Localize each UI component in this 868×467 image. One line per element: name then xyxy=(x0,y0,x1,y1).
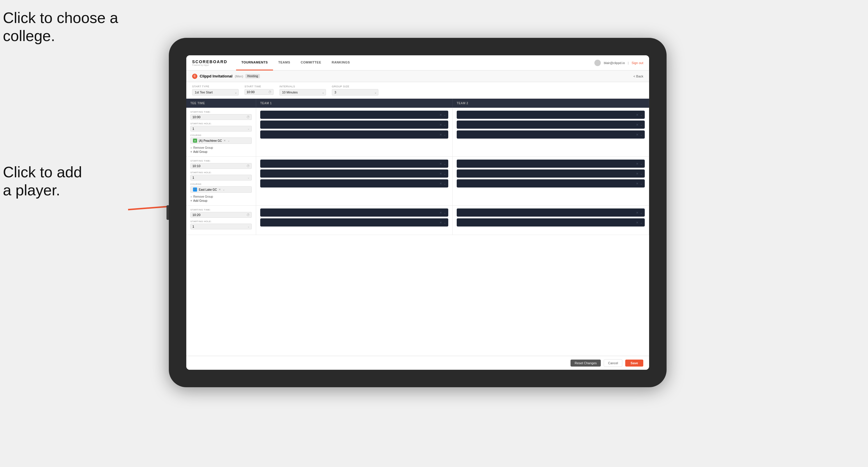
slot-x-icon[interactable]: ✕ xyxy=(636,211,638,214)
starting-hole-2[interactable]: 1 ⌄ xyxy=(190,175,252,181)
slot-expand-icon[interactable]: ⌄ xyxy=(444,182,446,185)
tournament-title: C Clippd Invitational (Men) Hosting xyxy=(192,74,260,79)
tab-teams[interactable]: TEAMS xyxy=(273,55,296,70)
slot-x-icon[interactable]: ✕ xyxy=(636,133,638,136)
slot-expand-icon[interactable]: ⌄ xyxy=(444,172,446,175)
player-slot-4-2[interactable]: ✕ ⌄ xyxy=(457,169,645,178)
col-team2: Team 2 xyxy=(453,99,649,108)
tablet-side-button xyxy=(166,205,169,220)
slot-expand-icon[interactable]: ⌄ xyxy=(640,211,643,214)
starting-time-1[interactable]: 10:00 ⏱ xyxy=(190,114,252,120)
tab-rankings[interactable]: RANKINGS xyxy=(326,55,355,70)
start-time-group: Start Time 10:00 ⏱ xyxy=(245,85,274,95)
player-slot-3-1[interactable]: ✕ ⌄ xyxy=(260,160,448,168)
remove-icon-1: ○ xyxy=(190,146,192,149)
add-group-1[interactable]: + Add Group xyxy=(190,150,252,153)
player-slot-2-1[interactable]: ✕ ⌄ xyxy=(457,111,645,119)
slot-x-icon[interactable]: ✕ xyxy=(636,123,638,126)
course-remove-1[interactable]: ✕ xyxy=(223,139,226,142)
slot-x-icon[interactable]: ✕ xyxy=(636,182,638,185)
course-expand-2[interactable]: ⌄ xyxy=(223,188,225,191)
team2-col-3: ✕ ⌄ ✕ ⌄ xyxy=(453,206,649,235)
course-name-2: East Lake GC xyxy=(199,188,217,191)
slot-x-icon[interactable]: ✕ xyxy=(636,172,638,175)
course-expand-1[interactable]: ⌄ xyxy=(228,139,230,142)
slot-expand-icon[interactable]: ⌄ xyxy=(444,113,446,117)
slot-x-icon[interactable]: ✕ xyxy=(439,113,442,117)
team2-col-1: ✕ ⌄ ✕ ⌄ ✕ ⌄ xyxy=(453,108,649,156)
slot-expand-icon[interactable]: ⌄ xyxy=(640,133,643,136)
course-tag-1[interactable]: A (A) Peachtree GC ✕ ⌄ xyxy=(190,137,252,144)
starting-hole-3[interactable]: 1 ⌄ xyxy=(190,224,252,229)
player-slot-2-2[interactable]: ✕ ⌄ xyxy=(457,121,645,129)
nav-tabs: TOURNAMENTS TEAMS COMMITTEE RANKINGS xyxy=(236,55,594,70)
save-button[interactable]: Save xyxy=(625,360,643,367)
slot-expand-icon[interactable]: ⌄ xyxy=(640,182,643,185)
course-remove-2[interactable]: ✕ xyxy=(219,188,221,191)
remove-group-1[interactable]: ○ Remove Group xyxy=(190,146,252,149)
reset-button[interactable]: Reset Changes xyxy=(570,360,601,367)
slot-x-icon[interactable]: ✕ xyxy=(636,113,638,117)
starting-time-label-3: STARTING TIME: xyxy=(190,209,252,211)
player-slot-1-1[interactable]: ✕ ⌄ xyxy=(260,111,448,119)
slot-expand-icon[interactable]: ⌄ xyxy=(444,221,446,224)
cancel-button[interactable]: Cancel xyxy=(604,359,622,367)
slot-expand-icon[interactable]: ⌄ xyxy=(640,113,643,117)
slot-expand-icon[interactable]: ⌄ xyxy=(640,172,643,175)
player-slot-5-2[interactable]: ✕ ⌄ xyxy=(260,218,448,226)
group-size-select-wrapper[interactable]: 3 2 4 xyxy=(332,89,378,95)
slot-expand-icon[interactable]: ⌄ xyxy=(444,133,446,136)
course-label-2: COURSE: xyxy=(190,183,252,185)
course-icon-2: 🏌 xyxy=(193,187,197,192)
player-slot-6-1[interactable]: ✕ ⌄ xyxy=(457,209,645,217)
player-slot-5-1[interactable]: ✕ ⌄ xyxy=(260,209,448,217)
player-slot-6-2[interactable]: ✕ ⌄ xyxy=(457,218,645,226)
slot-expand-icon[interactable]: ⌄ xyxy=(640,162,643,165)
col-team1: Team 1 xyxy=(256,99,453,108)
player-slot-4-1[interactable]: ✕ ⌄ xyxy=(457,160,645,168)
annotation-bottom: Click to adda player. xyxy=(3,163,82,199)
slot-x-icon[interactable]: ✕ xyxy=(439,182,442,185)
slot-x-icon[interactable]: ✕ xyxy=(636,221,638,224)
slot-x-icon[interactable]: ✕ xyxy=(439,123,442,126)
remove-group-2[interactable]: ○ Remove Group xyxy=(190,195,252,198)
course-tag-2[interactable]: 🏌 East Lake GC ✕ ⌄ xyxy=(190,186,252,193)
add-group-2[interactable]: + Add Group xyxy=(190,199,252,203)
tab-committee[interactable]: COMMITTEE xyxy=(296,55,327,70)
slot-x-icon[interactable]: ✕ xyxy=(636,162,638,165)
start-type-select[interactable]: 1st Tee Start Shotgun Start xyxy=(192,89,239,95)
starting-time-2[interactable]: 10:10 ⏱ xyxy=(190,163,252,169)
slot-expand-icon[interactable]: ⌄ xyxy=(444,123,446,126)
slot-x-icon[interactable]: ✕ xyxy=(439,221,442,224)
player-slot-1-3[interactable]: ✕ ⌄ xyxy=(260,130,448,138)
player-slot-4-3[interactable]: ✕ ⌄ xyxy=(457,179,645,187)
hole-chevron-3: ⌄ xyxy=(247,225,250,228)
slot-x-icon[interactable]: ✕ xyxy=(439,133,442,136)
starting-hole-1[interactable]: 1 ⌄ xyxy=(190,126,252,132)
group-size-select[interactable]: 3 2 4 xyxy=(332,89,378,95)
slot-x-icon[interactable]: ✕ xyxy=(439,162,442,165)
slot-expand-icon[interactable]: ⌄ xyxy=(640,221,643,224)
start-type-group: Start Type 1st Tee Start Shotgun Start xyxy=(192,85,239,95)
tab-tournaments[interactable]: TOURNAMENTS xyxy=(236,55,273,70)
player-slot-3-3[interactable]: ✕ ⌄ xyxy=(260,179,448,187)
slot-x-icon[interactable]: ✕ xyxy=(439,211,442,214)
player-slot-1-2[interactable]: ✕ ⌄ xyxy=(260,121,448,129)
group-size-group: Group Size 3 2 4 xyxy=(332,85,378,95)
starting-time-3[interactable]: 10:20 ⏱ xyxy=(190,212,252,218)
start-type-select-wrapper[interactable]: 1st Tee Start Shotgun Start xyxy=(192,89,239,95)
back-button[interactable]: < Back xyxy=(633,74,643,78)
sign-out-link[interactable]: Sign out xyxy=(632,61,643,65)
logo-powered-by: Powered by clippd xyxy=(192,64,227,66)
slot-expand-icon[interactable]: ⌄ xyxy=(444,162,446,165)
slot-x-icon[interactable]: ✕ xyxy=(439,172,442,175)
slot-expand-icon[interactable]: ⌄ xyxy=(640,123,643,126)
player-slot-3-2[interactable]: ✕ ⌄ xyxy=(260,169,448,178)
slot-expand-icon[interactable]: ⌄ xyxy=(444,211,446,214)
player-slot-2-3[interactable]: ✕ ⌄ xyxy=(457,130,645,138)
intervals-select[interactable]: 10 Minutes 8 Minutes 12 Minutes xyxy=(279,89,326,95)
intervals-select-wrapper[interactable]: 10 Minutes 8 Minutes 12 Minutes xyxy=(279,89,326,95)
team-columns-2: ✕ ⌄ ✕ ⌄ ✕ ⌄ xyxy=(256,157,649,205)
start-time-input[interactable]: 10:00 ⏱ xyxy=(245,89,274,95)
course-label-1: COURSE: xyxy=(190,134,252,136)
